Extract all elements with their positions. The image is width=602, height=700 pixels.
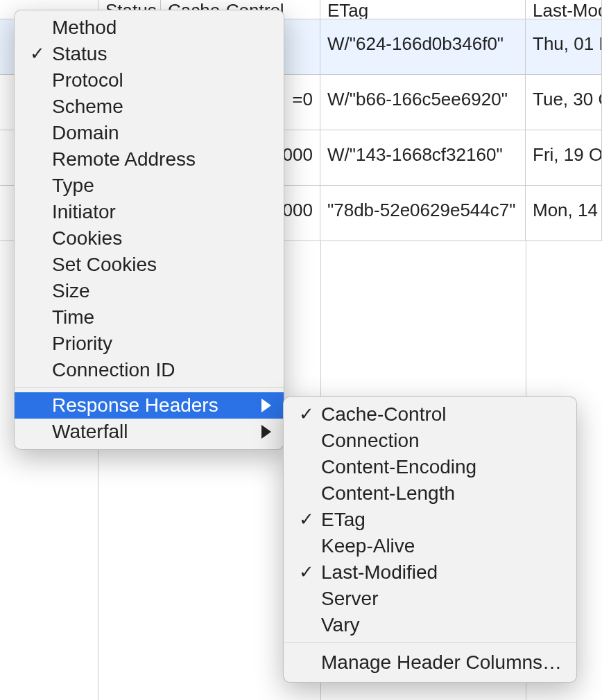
menu-item-label: Remote Address — [52, 148, 196, 170]
checkmark-icon: ✓ — [299, 509, 314, 530]
submenu-item-keep-alive[interactable]: Keep-Alive — [284, 533, 576, 559]
menu-item-label: Keep-Alive — [321, 535, 415, 557]
menu-item-label: Scheme — [52, 96, 123, 118]
menu-item-label: Response Headers — [52, 394, 218, 417]
menu-item-label: Protocol — [52, 69, 123, 91]
menu-item-label: Priority — [52, 333, 112, 355]
menu-item-label: Size — [52, 280, 89, 302]
menu-item-label: Connection — [321, 430, 420, 452]
checkmark-icon: ✓ — [299, 561, 314, 583]
menu-item-label: Time — [52, 306, 94, 329]
cell-last-modified: Mon, 14 M — [526, 186, 602, 240]
menu-item-scheme[interactable]: Scheme — [15, 94, 284, 120]
menu-item-set-cookies[interactable]: Set Cookies — [15, 252, 284, 278]
menu-item-label: Vary — [321, 614, 360, 636]
menu-item-priority[interactable]: Priority — [15, 331, 284, 357]
menu-item-label: Waterfall — [52, 421, 128, 443]
column-context-menu: Method ✓ Status Protocol Scheme Domain R… — [14, 10, 284, 450]
checkmark-icon: ✓ — [30, 43, 45, 64]
submenu-item-server[interactable]: Server — [284, 586, 576, 612]
response-headers-submenu: ✓ Cache-Control Connection Content-Encod… — [283, 396, 577, 683]
menu-item-label: Domain — [52, 122, 119, 144]
menu-item-label: Type — [52, 175, 94, 197]
menu-separator — [284, 642, 576, 643]
cell-etag: "78db-52e0629e544c7" — [320, 186, 526, 240]
menu-item-label: Set Cookies — [52, 254, 157, 276]
menu-item-type[interactable]: Type — [15, 173, 284, 199]
menu-item-connection-id[interactable]: Connection ID — [15, 357, 284, 383]
menu-item-label: Initiator — [52, 201, 116, 223]
submenu-item-cache-control[interactable]: ✓ Cache-Control — [284, 401, 576, 428]
menu-item-domain[interactable]: Domain — [15, 120, 284, 146]
menu-item-status[interactable]: ✓ Status — [15, 41, 284, 67]
cell-last-modified: Thu, 01 N — [526, 19, 602, 74]
cell-etag: W/"b66-166c5ee6920" — [320, 75, 526, 130]
menu-item-protocol[interactable]: Protocol — [15, 67, 284, 94]
submenu-item-manage-header-columns[interactable]: Manage Header Columns… — [284, 647, 576, 678]
menu-item-size[interactable]: Size — [15, 278, 284, 304]
menu-item-time[interactable]: Time — [15, 304, 284, 331]
submenu-arrow-icon — [261, 399, 271, 412]
menu-item-label: Status — [52, 43, 107, 65]
menu-separator — [15, 387, 284, 388]
checkmark-icon: ✓ — [299, 403, 314, 425]
cell-last-modified: Tue, 30 O — [526, 75, 602, 130]
menu-item-label: ETag — [321, 509, 366, 531]
menu-item-remote-address[interactable]: Remote Address — [15, 146, 284, 173]
submenu-arrow-icon — [261, 425, 271, 439]
submenu-item-content-encoding[interactable]: Content-Encoding — [284, 454, 576, 480]
menu-item-initiator[interactable]: Initiator — [15, 199, 284, 225]
menu-item-label: Content-Encoding — [321, 456, 476, 478]
menu-item-method[interactable]: Method — [15, 15, 284, 41]
submenu-item-etag[interactable]: ✓ ETag — [284, 507, 576, 533]
cell-etag: W/"624-166d0b346f0" — [320, 19, 526, 74]
submenu-item-last-modified[interactable]: ✓ Last-Modified — [284, 559, 576, 586]
menu-item-label: Server — [321, 588, 378, 610]
submenu-item-connection[interactable]: Connection — [284, 428, 576, 454]
column-header-last-modified[interactable]: Last-Mod — [526, 0, 602, 19]
menu-item-cookies[interactable]: Cookies — [15, 225, 284, 252]
cell-last-modified: Fri, 19 Oc — [526, 130, 602, 185]
menu-item-label: Cache-Control — [321, 403, 447, 426]
menu-item-label: Cookies — [52, 227, 122, 250]
menu-item-response-headers[interactable]: Response Headers — [15, 392, 284, 419]
menu-item-label: Method — [52, 17, 117, 39]
menu-item-label: Manage Header Columns… — [321, 651, 562, 674]
cell-etag: W/"143-1668cf32160" — [320, 130, 526, 185]
submenu-item-vary[interactable]: Vary — [284, 612, 576, 638]
menu-item-label: Connection ID — [52, 359, 175, 381]
menu-item-label: Content-Length — [321, 482, 455, 505]
menu-item-label: Last-Modified — [321, 561, 438, 584]
column-header-etag[interactable]: ETag — [320, 0, 526, 19]
submenu-item-content-length[interactable]: Content-Length — [284, 480, 576, 507]
menu-item-waterfall[interactable]: Waterfall — [15, 419, 284, 445]
